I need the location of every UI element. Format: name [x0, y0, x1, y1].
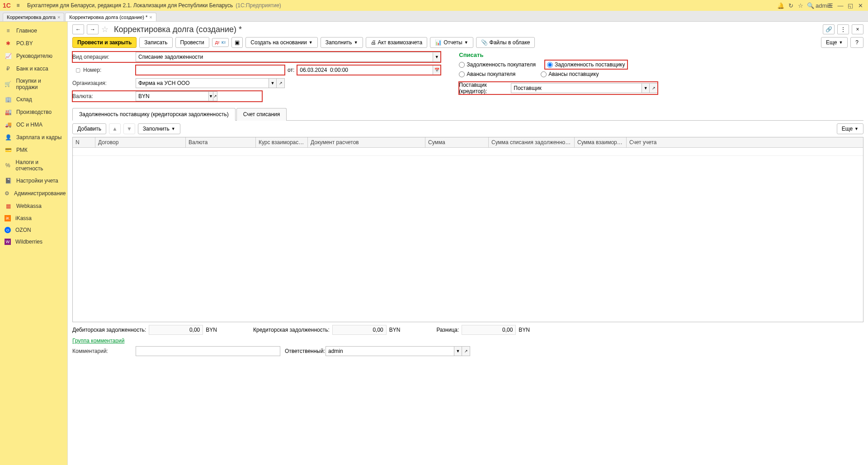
table-row[interactable] — [73, 148, 863, 156]
favorite-icon[interactable]: ☆ — [101, 24, 108, 34]
sidebar-item-hr[interactable]: 👤Зарплата и кадры — [0, 131, 67, 144]
comment-group-link[interactable]: Группа комментарий — [72, 338, 124, 344]
col-header[interactable]: Валюта — [186, 137, 256, 147]
sidebar-item-main[interactable]: ≡Главное — [0, 24, 67, 37]
radio-advance-buyer[interactable]: Авансы покупателя — [459, 71, 515, 77]
fill-button[interactable]: Заполнить ▼ — [321, 37, 363, 48]
factory-icon: 🏭 — [5, 108, 12, 116]
number-input[interactable] — [136, 65, 285, 75]
settings-icon[interactable]: ☰ — [826, 2, 835, 9]
sidebar-item-label: Зарплата и кадры — [16, 134, 61, 141]
move-up-button[interactable]: ▲ — [109, 123, 121, 134]
main-menu-icon[interactable]: ≡ — [14, 2, 23, 9]
truck-icon: 🚚 — [5, 121, 12, 128]
col-header[interactable]: Сумма списания задолженности (НУ) — [489, 137, 575, 147]
open-icon[interactable]: ↗ — [462, 346, 470, 356]
sidebar-item-wildberries[interactable]: WWildberries — [0, 236, 67, 248]
operation-type-input[interactable] — [136, 52, 433, 62]
dtkt-button[interactable]: ДтКт — [212, 38, 229, 47]
radio-advance-supplier[interactable]: Авансы поставщику — [541, 71, 599, 77]
structure-button[interactable]: ▣ — [231, 37, 243, 48]
sidebar-item-rmk[interactable]: 💳РМК — [0, 144, 67, 156]
col-header[interactable]: Сумма взаиморас... — [575, 137, 627, 147]
minimize-icon[interactable]: — — [835, 2, 845, 9]
sidebar-item-warehouse[interactable]: 🏢Склад — [0, 93, 67, 106]
star-icon[interactable]: ☆ — [796, 2, 806, 9]
post-button[interactable]: Провести — [175, 37, 209, 48]
sidebar-item-ozon[interactable]: OOZON — [0, 224, 67, 236]
window-tab[interactable]: Корректировка долга (создание) * × — [65, 13, 156, 21]
sidebar-item-label: Администрирование — [14, 190, 66, 197]
col-header[interactable]: Документ расчетов — [308, 137, 425, 147]
create-based-button[interactable]: Создать на основании ▼ — [245, 37, 317, 48]
close-icon[interactable]: ✕ — [855, 2, 865, 9]
grid-more-button[interactable]: Еще ▼ — [837, 123, 863, 134]
window-tab[interactable]: Корректировка долга × — [3, 13, 64, 21]
sidebar-item-label: Налоги и отчетность — [16, 159, 63, 172]
field-label: Вид операции: — [72, 54, 136, 60]
org-input[interactable] — [136, 78, 269, 88]
form-close-icon[interactable]: × — [852, 24, 863, 34]
bell-icon[interactable]: 🔔 — [776, 2, 786, 9]
open-icon[interactable]: ↗ — [277, 78, 285, 88]
open-icon[interactable]: ↗ — [213, 91, 217, 101]
kebab-icon[interactable]: ⋮ — [837, 24, 849, 34]
help-button[interactable]: ? — [850, 37, 863, 48]
search-icon[interactable]: 🔍 — [806, 2, 816, 9]
save-button[interactable]: Записать — [139, 37, 172, 48]
dropdown-icon[interactable]: ▼ — [433, 52, 441, 62]
history-icon[interactable]: ↻ — [786, 2, 796, 9]
radio-debt-supplier[interactable]: Задолженность поставщику — [545, 60, 627, 69]
sidebar-item-bank[interactable]: ₽Банк и касса — [0, 62, 67, 75]
calendar-picker-icon[interactable]: 📅 — [433, 65, 441, 75]
reports-button[interactable]: 📊 Отчеты ▼ — [430, 37, 473, 48]
form-toolbar: Провести и закрыть Записать Провести ДтК… — [68, 37, 868, 52]
tab-debt[interactable]: Задолженность поставщику (кредиторская з… — [72, 108, 236, 121]
currency-input[interactable] — [136, 91, 208, 101]
dropdown-icon[interactable]: ▼ — [208, 91, 213, 101]
supplier-input[interactable] — [511, 83, 642, 93]
col-header[interactable]: N — [73, 137, 95, 147]
maximize-icon[interactable]: ◱ — [845, 2, 855, 9]
col-header[interactable]: Договор — [95, 137, 186, 147]
sidebar-item-tax[interactable]: %Налоги и отчетность — [0, 156, 67, 174]
tab-account[interactable]: Счет списания — [236, 108, 287, 121]
col-header[interactable]: Курс взаиморасчетов — [256, 137, 308, 147]
grid-fill-button[interactable]: Заполнить ▼ — [138, 123, 180, 134]
sidebar-item-label: Банк и касса — [16, 66, 48, 72]
more-button[interactable]: Еще ▼ — [821, 37, 848, 48]
data-grid[interactable]: N Договор Валюта Курс взаиморасчетов Док… — [72, 137, 863, 322]
nav-back-button[interactable]: ← — [72, 24, 84, 34]
dropdown-icon[interactable]: ▼ — [642, 83, 650, 93]
cloud-files-button[interactable]: 📎 Файлы в облаке — [476, 37, 535, 48]
tab-close-icon[interactable]: × — [149, 14, 152, 20]
netting-act-button[interactable]: 🖨 Акт взаимозачета — [366, 37, 428, 48]
sidebar-item-assets[interactable]: 🚚ОС и НМА — [0, 118, 67, 131]
dropdown-icon[interactable]: ▼ — [269, 78, 277, 88]
sidebar-item-manager[interactable]: 📈Руководителю — [0, 50, 67, 62]
responsible-input[interactable] — [326, 346, 454, 356]
tab-close-icon[interactable]: × — [57, 14, 60, 20]
sidebar-item-settings[interactable]: 📓Настройки учета — [0, 174, 67, 187]
sidebar-item-admin[interactable]: ⚙Администрирование — [0, 187, 67, 200]
comment-input[interactable] — [136, 346, 280, 356]
dropdown-icon[interactable]: ▼ — [454, 346, 462, 356]
col-header[interactable]: Сумма — [425, 137, 489, 147]
add-button[interactable]: Добавить — [72, 123, 106, 134]
link-icon[interactable]: 🔗 — [823, 24, 835, 34]
chart-icon: 📈 — [5, 52, 12, 60]
sidebar-item-ikassa[interactable]: iKiKassa — [0, 212, 67, 224]
sidebar-item-poby[interactable]: ✱PO.BY — [0, 37, 67, 50]
post-close-button[interactable]: Провести и закрыть — [72, 37, 137, 48]
sidebar-item-production[interactable]: 🏭Производство — [0, 106, 67, 118]
open-icon[interactable]: ↗ — [650, 83, 658, 93]
sidebar-item-sales[interactable]: 🛒Покупки и продажи — [0, 75, 67, 93]
nav-forward-button[interactable]: → — [87, 24, 99, 34]
sidebar-item-webkassa[interactable]: ▦Webkassa — [0, 200, 67, 212]
move-down-button[interactable]: ▼ — [123, 123, 135, 134]
user-label[interactable]: admin — [816, 2, 826, 9]
date-input[interactable] — [297, 65, 433, 75]
org-row: Организация: ▼ ↗ — [72, 78, 441, 89]
col-header[interactable]: Счет учета — [627, 137, 863, 147]
radio-debt-buyer[interactable]: Задолженность покупателя — [459, 60, 536, 69]
